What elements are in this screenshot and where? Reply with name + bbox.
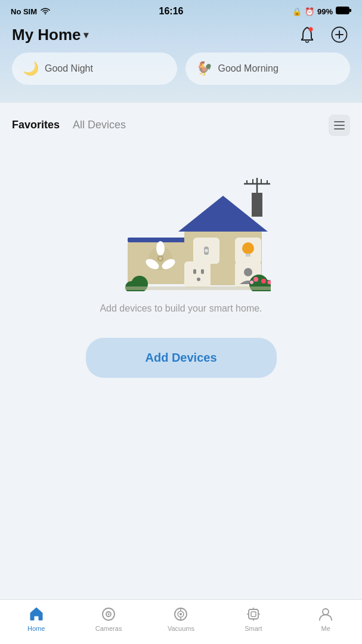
svg-point-48 <box>180 613 182 615</box>
svg-rect-51 <box>249 609 258 619</box>
nav-item-vacuums[interactable]: Vacuums <box>163 606 199 632</box>
svg-point-45 <box>108 614 110 615</box>
notification-button[interactable] <box>296 24 318 45</box>
svg-point-0 <box>45 13 46 14</box>
nav-item-home[interactable]: Home <box>18 606 54 632</box>
svg-rect-9 <box>252 193 262 217</box>
add-button[interactable] <box>329 24 350 45</box>
nav-item-me[interactable]: Me <box>308 606 344 632</box>
smart-nav-label: Smart <box>245 625 262 632</box>
svg-point-18 <box>205 249 208 252</box>
svg-point-31 <box>197 278 200 281</box>
svg-point-33 <box>244 268 252 276</box>
me-nav-label: Me <box>321 625 330 632</box>
svg-point-39 <box>261 279 266 284</box>
rooster-icon: 🐓 <box>196 61 212 76</box>
good-morning-button[interactable]: 🐓 Good Morning <box>185 53 351 85</box>
empty-state-text: Add devices to build your smart home. <box>100 303 262 314</box>
svg-point-38 <box>253 277 258 282</box>
svg-point-57 <box>323 609 329 615</box>
status-left: No SIM <box>11 7 50 16</box>
status-right: 🔒 ⏰ 99% <box>292 7 351 16</box>
battery-icon <box>336 7 351 16</box>
carrier-label: No SIM <box>11 7 37 16</box>
menu-line-3 <box>334 128 345 130</box>
svg-rect-42 <box>125 286 271 290</box>
svg-rect-29 <box>193 269 196 274</box>
home-nav-icon <box>28 606 45 623</box>
nav-item-cameras[interactable]: Cameras <box>91 606 126 632</box>
svg-point-23 <box>156 241 165 255</box>
menu-button[interactable] <box>329 115 350 136</box>
wifi-icon <box>41 7 50 16</box>
vacuums-nav-label: Vacuums <box>168 625 194 632</box>
nav-item-smart[interactable]: Smart <box>236 606 271 632</box>
cameras-nav-icon <box>100 606 117 623</box>
svg-rect-1 <box>336 7 349 14</box>
empty-state: Add devices to build your smart home. Ad… <box>0 142 362 390</box>
tab-favorites[interactable]: Favorites <box>12 119 60 133</box>
alarm-icon: ⏰ <box>305 7 314 16</box>
svg-rect-21 <box>246 254 250 257</box>
me-nav-icon <box>317 606 334 623</box>
smart-nav-icon <box>245 606 262 623</box>
house-illustration <box>92 160 271 291</box>
good-night-button[interactable]: 🌙 Good Night <box>12 53 177 85</box>
svg-rect-2 <box>349 9 351 12</box>
scene-buttons: 🌙 Good Night 🐓 Good Morning <box>0 53 362 91</box>
svg-rect-30 <box>201 269 204 274</box>
lock-icon: 🔒 <box>292 7 302 16</box>
cameras-nav-label: Cameras <box>95 625 122 632</box>
home-title-group[interactable]: My Home ▾ <box>12 26 88 44</box>
svg-point-27 <box>159 257 162 260</box>
top-bar: My Home ▾ <box>0 19 362 53</box>
main-content: Favorites All Devices <box>0 103 362 520</box>
home-title-text: My Home <box>12 26 81 44</box>
good-night-label: Good Night <box>45 63 93 74</box>
svg-rect-28 <box>184 261 211 288</box>
battery-percent: 99% <box>317 7 333 16</box>
moon-icon: 🌙 <box>23 61 39 76</box>
good-morning-label: Good Morning <box>218 63 279 74</box>
svg-point-41 <box>250 281 253 284</box>
top-icons-group <box>296 24 350 45</box>
menu-line-2 <box>334 125 345 126</box>
tabs-bar: Favorites All Devices <box>0 103 362 142</box>
svg-point-3 <box>309 27 313 32</box>
svg-rect-52 <box>251 612 256 617</box>
home-nav-label: Home <box>27 625 45 632</box>
bottom-nav: Home Cameras Vacuums <box>0 599 362 644</box>
status-bar: No SIM 16:16 🔒 ⏰ 99% <box>0 0 362 19</box>
vacuums-nav-icon <box>172 606 189 623</box>
menu-line-1 <box>334 121 345 122</box>
add-devices-button[interactable]: Add Devices <box>86 338 277 378</box>
tab-all-devices[interactable]: All Devices <box>73 119 126 133</box>
svg-point-20 <box>242 242 254 254</box>
chevron-down-icon: ▾ <box>83 29 88 41</box>
status-time: 16:16 <box>159 6 184 17</box>
